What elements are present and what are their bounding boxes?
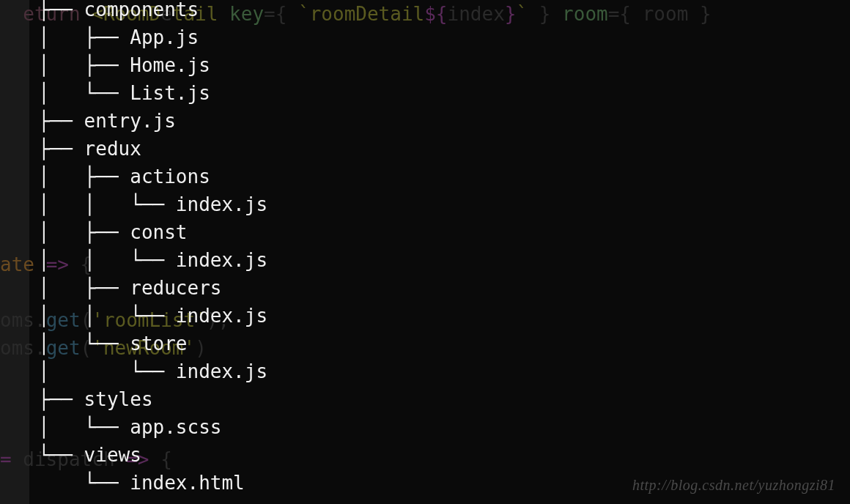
- tree-line: │ └── app.scss: [38, 413, 267, 441]
- ghost-code-line: > {: [0, 501, 850, 504]
- tree-line: ├── components: [38, 0, 267, 23]
- tree-line: │ ├── Home.js: [38, 51, 267, 79]
- tree-line: ├── entry.js: [38, 107, 267, 135]
- tree-line: ├── redux: [38, 135, 267, 163]
- line-gutter: [0, 0, 29, 504]
- tree-line: │ │ └── index.js: [38, 246, 267, 274]
- tree-line: ├── styles: [38, 385, 267, 413]
- tree-line: │ │ └── index.js: [38, 302, 267, 330]
- tree-line: │ └── List.js: [38, 79, 267, 107]
- watermark-text: http://blog.csdn.net/yuzhongzi81: [632, 477, 835, 494]
- tree-line: │ │ └── index.js: [38, 190, 267, 218]
- tree-line: └── index.html: [38, 469, 267, 497]
- tree-line: │ ├── actions: [38, 163, 267, 190]
- tree-line: │ └── index.js: [38, 357, 267, 385]
- tree-line: └── views: [38, 441, 267, 469]
- tree-line: │ ├── reducers: [38, 274, 267, 302]
- tree-line: │ ├── const: [38, 218, 267, 246]
- tree-line: │ └── store: [38, 330, 267, 357]
- directory-tree: ├── components│ ├── App.js│ ├── Home.js│…: [38, 0, 267, 497]
- tree-line: │ ├── App.js: [38, 23, 267, 51]
- editor-viewport: eturn <RoomDetail key={ `roomDetail${ind…: [0, 0, 850, 504]
